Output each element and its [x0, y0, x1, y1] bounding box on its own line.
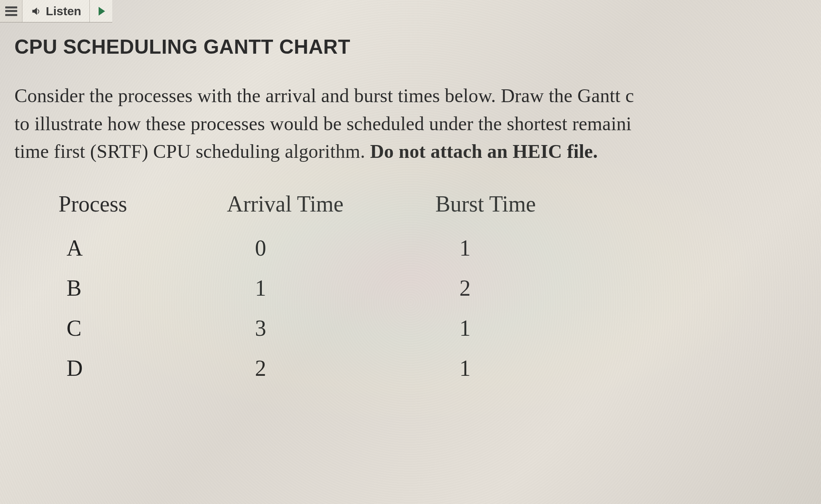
play-icon [99, 7, 105, 16]
table-body: A 0 1 B 1 2 C 3 1 D 2 1 [59, 228, 807, 388]
cell-burst: 1 [435, 308, 604, 348]
toolbar: Listen [0, 0, 112, 22]
prompt-line-3a: time first (SRTF) CPU scheduling algorit… [14, 141, 370, 162]
header-process: Process [59, 191, 227, 228]
cell-arrival: 3 [227, 308, 435, 348]
table-row: C 3 1 [59, 308, 807, 348]
cell-burst: 1 [435, 348, 604, 388]
cell-arrival: 1 [227, 268, 435, 308]
process-table: Process Arrival Time Burst Time A 0 1 B … [59, 191, 807, 388]
cell-process: A [59, 228, 227, 268]
listen-label: Listen [46, 4, 81, 18]
menu-button[interactable] [0, 0, 22, 22]
cell-burst: 2 [435, 268, 604, 308]
cell-arrival: 2 [227, 348, 435, 388]
menu-icon [5, 6, 17, 16]
table-row: A 0 1 [59, 228, 807, 268]
question-prompt: Consider the processes with the arrival … [14, 82, 807, 165]
cell-arrival: 0 [227, 228, 435, 268]
play-button[interactable] [90, 0, 112, 22]
table-header-row: Process Arrival Time Burst Time [59, 191, 807, 228]
prompt-line-2: to illustrate how these processes would … [14, 113, 631, 134]
page-title: CPU SCHEDULING GANTT CHART [14, 35, 807, 58]
table-row: D 2 1 [59, 348, 807, 388]
table-header: Process Arrival Time Burst Time [59, 191, 807, 228]
listen-button[interactable]: Listen [22, 0, 90, 22]
header-arrival: Arrival Time [227, 191, 435, 228]
cell-process: B [59, 268, 227, 308]
speaker-icon [30, 6, 42, 17]
cell-burst: 1 [435, 228, 604, 268]
header-burst: Burst Time [435, 191, 604, 228]
cell-process: D [59, 348, 227, 388]
prompt-line-3b: Do not attach an HEIC file. [370, 141, 598, 162]
cell-process: C [59, 308, 227, 348]
table-row: B 1 2 [59, 268, 807, 308]
prompt-line-1: Consider the processes with the arrival … [14, 85, 634, 106]
content-area: CPU SCHEDULING GANTT CHART Consider the … [0, 22, 821, 388]
